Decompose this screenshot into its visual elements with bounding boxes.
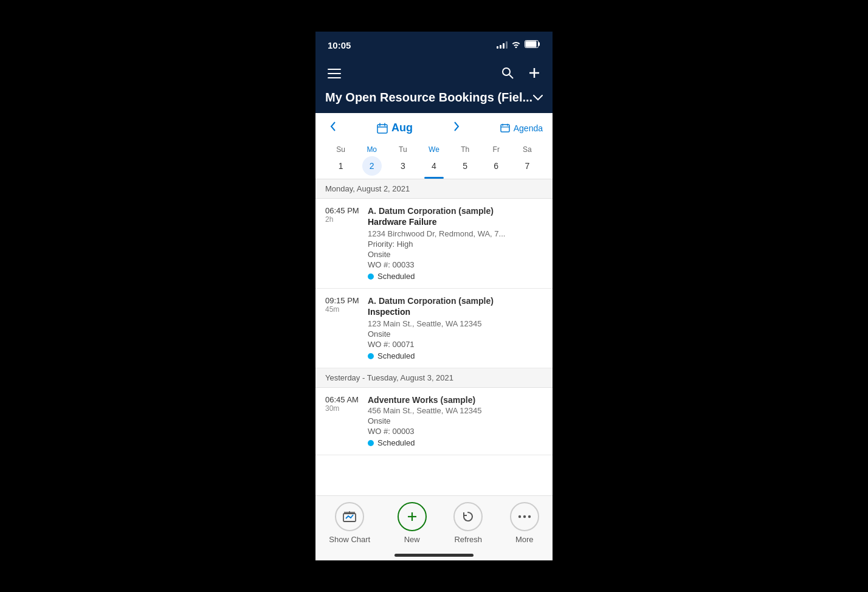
prev-month-button[interactable] (325, 119, 341, 137)
booking-details-3: Adventure Works (sample) 456 Main St., S… (368, 395, 543, 447)
svg-line-7 (509, 75, 513, 78)
refresh-button[interactable]: Refresh (453, 502, 483, 544)
chart-icon (343, 511, 356, 523)
svg-point-24 (523, 515, 526, 518)
more-icon-circle (510, 502, 539, 531)
svg-rect-1 (539, 43, 540, 46)
show-chart-button[interactable]: Show Chart (329, 502, 370, 544)
day-name-sa: Sa (523, 145, 532, 154)
day-col-we[interactable]: We 4 (418, 143, 449, 179)
booking-status-3: Scheduled (368, 438, 543, 447)
day-number-su: 1 (331, 156, 351, 176)
chevron-down-icon[interactable] (533, 91, 543, 104)
day-name-we: We (429, 145, 439, 154)
new-label: New (404, 535, 420, 544)
agenda-button[interactable]: Agenda (500, 123, 543, 133)
svg-point-23 (518, 515, 521, 518)
app-header: My Open Resource Bookings (Fiel... (315, 58, 553, 113)
days-row: Su 1 Mo 2 Tu 3 We 4 (325, 143, 543, 179)
booking-status-2: Scheduled (368, 351, 543, 360)
hamburger-icon (328, 67, 341, 81)
header-icons-right (499, 64, 543, 84)
signal-icon (497, 41, 508, 49)
day-name-tu: Tu (399, 145, 407, 154)
svg-rect-4 (328, 73, 341, 74)
day-col-su[interactable]: Su 1 (325, 143, 356, 179)
svg-rect-14 (501, 125, 509, 132)
calendar-nav: Aug Agenda (315, 113, 553, 179)
show-chart-label: Show Chart (329, 535, 370, 544)
status-dot-2 (368, 353, 374, 359)
day-number-sa: 7 (517, 156, 537, 176)
day-name-th: Th (461, 145, 469, 154)
search-button[interactable] (499, 64, 516, 84)
month-label: Aug (377, 122, 413, 134)
day-name-fr: Fr (493, 145, 500, 154)
booking-details-1: A. Datum Corporation (sample) Hardware F… (368, 206, 543, 281)
svg-point-25 (528, 515, 531, 518)
day-number-fr: 6 (486, 156, 506, 176)
plus-new-icon (406, 511, 418, 523)
more-icon (518, 514, 531, 519)
svg-rect-2 (526, 41, 537, 47)
day-col-tu[interactable]: Tu 3 (387, 143, 418, 179)
day-number-we: 4 (424, 156, 444, 176)
add-button[interactable] (526, 64, 543, 84)
booking-time-3: 06:45 AM 30m (325, 395, 368, 447)
status-icons (497, 40, 540, 50)
page-title: My Open Resource Bookings (Fiel... (325, 91, 532, 105)
content-list: Monday, August 2, 2021 06:45 PM 2h A. Da… (315, 179, 553, 495)
date-header-2: Yesterday - Tuesday, August 3, 2021 (315, 368, 553, 388)
day-name-mo: Mo (367, 145, 377, 154)
day-col-th[interactable]: Th 5 (450, 143, 481, 179)
menu-button[interactable] (325, 65, 343, 84)
day-number-mo: 2 (362, 156, 382, 176)
day-col-fr[interactable]: Fr 6 (481, 143, 512, 179)
booking-status-1: Scheduled (368, 272, 543, 281)
day-number-tu: 3 (393, 156, 413, 176)
refresh-label: Refresh (454, 535, 482, 544)
more-button[interactable]: More (510, 502, 539, 544)
today-bar (424, 177, 444, 179)
agenda-icon (500, 123, 510, 133)
status-dot-3 (368, 440, 374, 446)
new-icon-circle (398, 502, 427, 531)
status-dot-1 (368, 274, 374, 280)
plus-icon (528, 68, 540, 81)
day-col-sa[interactable]: Sa 7 (512, 143, 543, 179)
booking-details-2: A. Datum Corporation (sample) Inspection… (368, 296, 543, 360)
screen: 10:05 (315, 32, 553, 560)
phone-container: 10:05 (312, 32, 556, 560)
more-label: More (515, 535, 534, 544)
booking-time-1: 06:45 PM 2h (325, 206, 368, 281)
wifi-icon (511, 41, 521, 50)
home-bar (394, 554, 474, 557)
battery-icon (525, 40, 540, 50)
status-time: 10:05 (328, 40, 351, 50)
search-icon (501, 68, 514, 81)
home-indicator (315, 554, 553, 560)
status-bar: 10:05 (315, 32, 553, 58)
new-button[interactable]: New (398, 502, 427, 544)
day-col-mo[interactable]: Mo 2 (356, 143, 387, 179)
refresh-icon (461, 510, 475, 523)
month-row: Aug Agenda (325, 119, 543, 137)
svg-rect-3 (328, 69, 341, 70)
refresh-icon-circle (453, 502, 483, 531)
booking-item-2[interactable]: 09:15 PM 45m A. Datum Corporation (sampl… (315, 289, 553, 368)
booking-item-1[interactable]: 06:45 PM 2h A. Datum Corporation (sample… (315, 199, 553, 289)
booking-item-3[interactable]: 06:45 AM 30m Adventure Works (sample) 45… (315, 388, 553, 455)
booking-time-2: 09:15 PM 45m (325, 296, 368, 360)
day-number-th: 5 (455, 156, 475, 176)
day-name-su: Su (336, 145, 345, 154)
svg-rect-5 (328, 77, 341, 78)
calendar-icon (377, 123, 388, 134)
header-actions (325, 64, 543, 84)
header-title-row: My Open Resource Bookings (Fiel... (325, 91, 543, 105)
date-header-1: Monday, August 2, 2021 (315, 179, 553, 199)
svg-rect-10 (377, 125, 387, 133)
svg-point-6 (503, 68, 510, 75)
next-month-button[interactable] (449, 119, 464, 137)
bottom-toolbar: Show Chart New Refresh (315, 495, 553, 554)
show-chart-icon-circle (335, 502, 364, 531)
